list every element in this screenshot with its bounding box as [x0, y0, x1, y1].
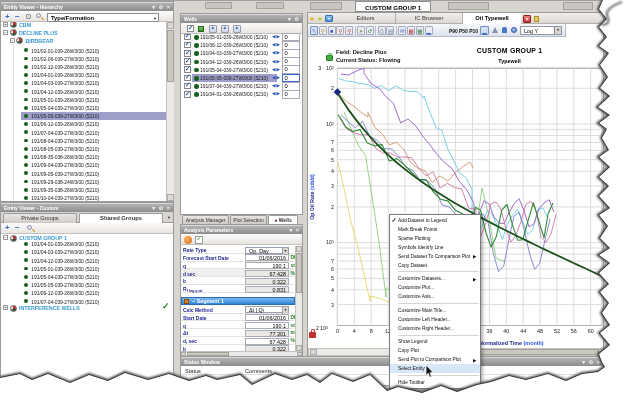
svg-text:Op Oil Rate (stb/d): Op Oil Rate (stb/d)	[309, 174, 315, 220]
